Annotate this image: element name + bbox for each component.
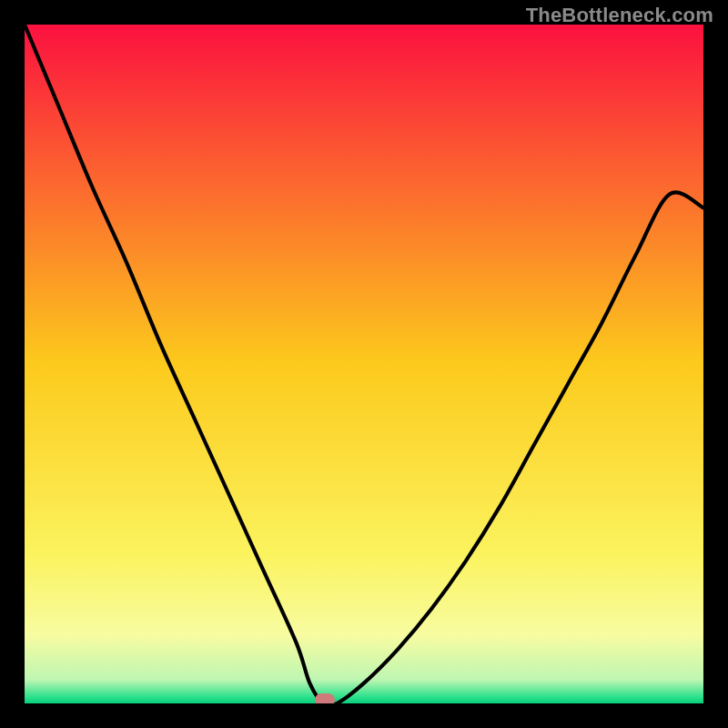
chart-frame: TheBottleneck.com — [0, 0, 728, 728]
optimal-point-marker — [315, 693, 335, 703]
plot-area — [25, 25, 703, 703]
bottleneck-curve — [25, 25, 703, 703]
